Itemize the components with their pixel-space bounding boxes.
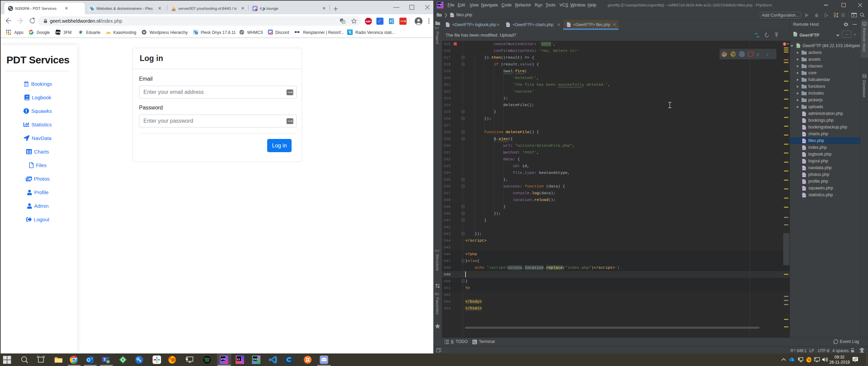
svg-text:PHP: PHP <box>803 196 806 198</box>
svg-text:PS: PS <box>438 3 441 6</box>
svg-text:PHP: PHP <box>803 169 806 170</box>
svg-text:PHP: PHP <box>451 16 454 17</box>
svg-text:DG: DG <box>253 357 258 361</box>
svg-text:IJ: IJ <box>237 357 240 361</box>
svg-text:PHP: PHP <box>803 128 806 130</box>
svg-text:ABP: ABP <box>366 20 371 23</box>
svg-text:PHP: PHP <box>803 189 806 191</box>
svg-text:!: ! <box>784 42 785 46</box>
svg-text:T: T <box>103 358 106 362</box>
svg-text:PHP: PHP <box>803 182 806 184</box>
svg-text:PHP: PHP <box>507 25 510 27</box>
svg-text:PHP: PHP <box>803 115 806 116</box>
svg-text:PHP: PHP <box>567 25 571 27</box>
svg-text:FTP: FTP <box>794 35 797 37</box>
svg-text:PHP: PHP <box>803 162 806 164</box>
svg-text:PHP: PHP <box>803 121 806 123</box>
svg-text:e: e <box>757 52 759 57</box>
svg-text:PHP: PHP <box>803 176 806 177</box>
svg-text:PHP: PHP <box>803 135 806 137</box>
svg-text:PHP: PHP <box>803 155 806 157</box>
svg-text:PHP: PHP <box>446 25 450 27</box>
svg-text:PMA: PMA <box>172 10 176 11</box>
svg-text:3FM: 3FM <box>56 31 60 34</box>
svg-text:PS: PS <box>221 357 225 361</box>
svg-text:e: e <box>766 52 769 57</box>
svg-text:PHP: PHP <box>803 142 806 143</box>
svg-text:FTP: FTP <box>797 46 800 48</box>
svg-text:PHP: PHP <box>803 148 806 150</box>
svg-text:F: F <box>390 20 392 23</box>
svg-text:文: 文 <box>342 21 345 23</box>
